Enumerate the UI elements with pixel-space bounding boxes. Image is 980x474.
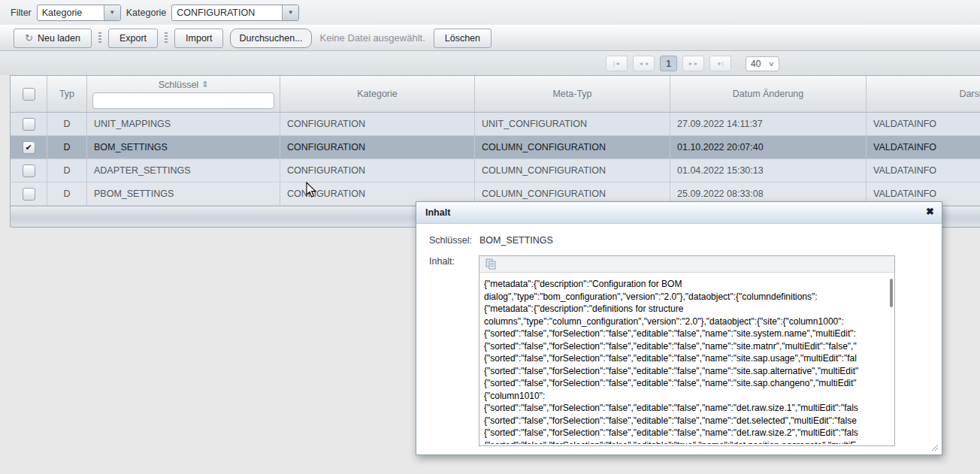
content-line: {"sorted":"false","forSelection":"false"…: [484, 415, 884, 427]
export-button-label: Export: [119, 33, 147, 44]
row-checkbox[interactable]: [23, 165, 35, 177]
cell-kategorie: CONFIGURATION: [280, 113, 475, 135]
cell-typ: D: [47, 113, 87, 135]
page-last-button[interactable]: ►|: [709, 56, 731, 71]
key-label: Schlüssel:: [429, 235, 472, 246]
cell-darstellung: VALDATAINFO: [867, 113, 980, 135]
cell-schluessel: BOM_SETTINGS: [87, 136, 280, 159]
cell-schluessel: UNIT_MAPPINGS: [87, 113, 280, 135]
category-combobox[interactable]: CONFIGURATION ▼: [171, 5, 299, 21]
browse-file-button[interactable]: Durchsuchen...: [230, 29, 311, 48]
current-page-indicator[interactable]: 1: [660, 56, 677, 71]
dialog-title: Inhalt: [425, 207, 450, 218]
cell-typ: D: [47, 183, 87, 205]
dialog-resize-grip[interactable]: [930, 442, 939, 451]
page-first-icon: |◄: [613, 61, 620, 66]
table-row[interactable]: D ADAPTER_SETTINGS CONFIGURATION COLUMN_…: [11, 159, 980, 183]
filter-label: Filter: [11, 8, 32, 18]
sort-icon[interactable]: ⇕: [201, 80, 208, 89]
pagination-band: [0, 51, 980, 75]
copy-icon[interactable]: [485, 258, 498, 270]
content-line: {"sorted":"false","forSelection":"false"…: [484, 328, 884, 340]
cell-meta-typ: COLUMN_CONFIGURATION: [475, 136, 670, 159]
browse-file-button-label: Durchsuchen...: [239, 33, 302, 44]
cell-schluessel: ADAPTER_SETTINGS: [87, 159, 280, 182]
row-checkbox[interactable]: [23, 188, 35, 201]
page-size-select[interactable]: 40 ∨: [746, 56, 779, 71]
content-line: {"sorted":"false","forSelection":"false"…: [484, 427, 884, 439]
header-darstellung[interactable]: Darstellung: [867, 76, 980, 112]
cell-darstellung: VALDATAINFO: [867, 159, 980, 182]
content-line: {"sorted":"false","forSelection":"false"…: [484, 402, 884, 415]
import-button[interactable]: Import: [174, 29, 223, 48]
content-line: {"sorted":"false","forSelection":"false"…: [484, 340, 884, 353]
category-value: CONFIGURATION: [172, 8, 282, 18]
delete-button-label: Löschen: [445, 33, 480, 44]
cell-typ: D: [47, 159, 87, 182]
select-all-checkbox[interactable]: [23, 88, 35, 101]
page-size-value: 40: [751, 59, 761, 69]
header-schluessel[interactable]: Schlüssel ⇕: [87, 76, 280, 112]
page-first-button[interactable]: |◄: [606, 56, 628, 71]
reload-button[interactable]: ↻ Neu laden: [14, 29, 92, 48]
table-row[interactable]: D UNIT_MAPPINGS CONFIGURATION UNIT_CONFI…: [11, 113, 980, 136]
page-last-icon: ►|: [717, 61, 724, 66]
chevron-down-icon[interactable]: ▼: [282, 5, 298, 20]
dialog-title-bar[interactable]: Inhalt ✖: [416, 202, 942, 224]
table-header: Typ Schlüssel ⇕ Kategorie Meta-Typ Datum…: [11, 76, 980, 113]
content-line: {"metadata":{"description":"definitions …: [484, 303, 884, 315]
cell-darstellung: VALDATAINFO: [867, 136, 980, 159]
toolbar-separator: [98, 32, 101, 44]
header-typ[interactable]: Typ: [47, 76, 87, 112]
inhalt-dialog: Inhalt ✖ Schlüssel: BOM_SETTINGS Inhalt:…: [416, 201, 942, 455]
chevron-down-icon[interactable]: ▼: [104, 5, 120, 20]
refresh-icon: ↻: [25, 33, 33, 43]
export-button[interactable]: Export: [108, 29, 158, 48]
header-select-all[interactable]: [11, 76, 47, 112]
content-line: {"metadata":{"description":"Configuratio…: [484, 278, 884, 291]
row-checkbox-checked[interactable]: ✔: [23, 141, 35, 154]
row-checkbox[interactable]: [23, 118, 35, 131]
chevron-down-icon: ∨: [768, 60, 775, 68]
check-icon: ✔: [25, 143, 32, 152]
page-next-button[interactable]: ►►: [682, 56, 704, 71]
import-button-label: Import: [186, 33, 212, 44]
cell-datum: 01.10.2022 20:07:40: [670, 136, 867, 159]
content-toolbar: [479, 256, 894, 273]
cell-schluessel: PBOM_SETTINGS: [87, 183, 280, 205]
toolbar: ↻ Neu laden Export Import Durchsuchen...…: [0, 25, 980, 51]
key-value: BOM_SETTINGS: [479, 235, 553, 246]
content-scrollbar-thumb[interactable]: [890, 279, 893, 307]
schluessel-filter-input[interactable]: [92, 92, 274, 109]
close-icon[interactable]: ✖: [926, 206, 934, 217]
content-line: {"sorted":"false","forSelection":"false"…: [484, 352, 884, 365]
page-next-icon: ►►: [688, 61, 699, 66]
content-line: {"sorted":"false","forSelection":"false"…: [484, 439, 884, 445]
toolbar-separator: [165, 32, 168, 44]
content-label: Inhalt:: [429, 256, 455, 267]
cell-kategorie: CONFIGURATION: [280, 159, 475, 182]
cell-typ: D: [47, 136, 87, 159]
table-row-selected[interactable]: ✔ D BOM_SETTINGS CONFIGURATION COLUMN_CO…: [11, 136, 980, 159]
header-kategorie[interactable]: Kategorie: [280, 76, 475, 112]
content-line: {"column1010":: [484, 390, 884, 403]
page-prev-button[interactable]: ◄◄: [633, 56, 655, 71]
category-label: Kategorie: [126, 8, 167, 18]
content-line: {"sorted":"false","forSelection":"false"…: [484, 365, 884, 378]
cell-meta-typ: UNIT_CONFIGURATION: [475, 113, 670, 135]
filter-bar: Filter Kategorie ▼ Kategorie CONFIGURATI…: [0, 0, 980, 25]
mouse-cursor-icon: [306, 182, 317, 198]
filter-type-combobox[interactable]: Kategorie ▼: [37, 5, 121, 21]
content-line: {"sorted":"false","forSelection":"false"…: [484, 377, 884, 390]
header-meta-typ[interactable]: Meta-Typ: [475, 76, 670, 112]
cell-meta-typ: COLUMN_CONFIGURATION: [475, 159, 670, 182]
content-line: dialog","type":"bom_configuration","vers…: [484, 291, 884, 303]
cell-datum: 27.09.2022 14:11:37: [670, 113, 867, 135]
pager: |◄ ◄◄ 1 ►► ►| 40 ∨: [606, 56, 779, 71]
content-box: {"metadata":{"description":"Configuratio…: [479, 255, 895, 446]
cell-datum: 01.04.2022 15:30:13: [670, 159, 867, 182]
header-datum-aenderung[interactable]: Datum Änderung: [670, 76, 867, 112]
delete-button[interactable]: Löschen: [434, 29, 492, 48]
filter-type-value: Kategorie: [38, 8, 104, 18]
content-text[interactable]: {"metadata":{"description":"Configuratio…: [479, 273, 894, 444]
